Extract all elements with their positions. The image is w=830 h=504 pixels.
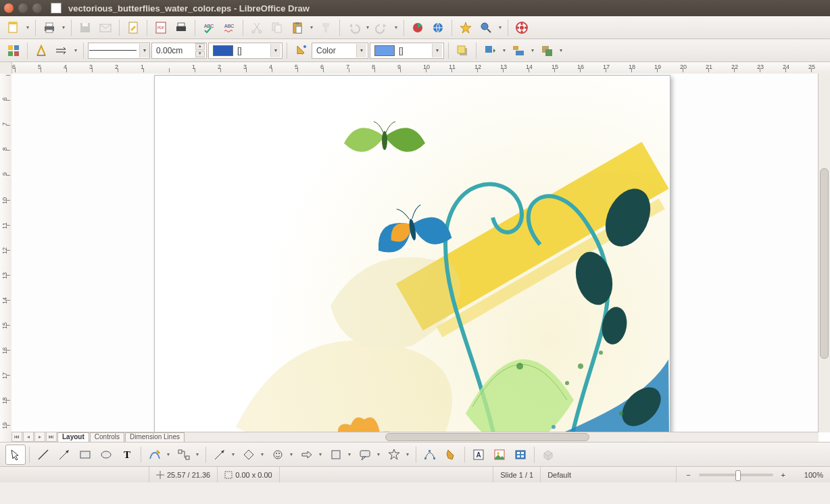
- vertical-ruler[interactable]: 678910111213141516171819: [0, 74, 12, 442]
- status-slide[interactable]: Slide 1 / 1: [493, 467, 541, 482]
- shadow-button[interactable]: [453, 41, 472, 60]
- print-direct-button[interactable]: [172, 18, 191, 37]
- horizontal-scrollbar[interactable]: [230, 432, 819, 442]
- ellipse-tool-button[interactable]: [96, 445, 116, 465]
- effects-dropdown[interactable]: ▾: [501, 47, 508, 53]
- status-layout[interactable]: Default: [541, 467, 677, 482]
- redo-dropdown[interactable]: ▾: [393, 24, 399, 30]
- stars-button[interactable]: [384, 445, 404, 465]
- window-minimize-button[interactable]: [18, 3, 28, 13]
- arrange-dropdown[interactable]: ▾: [558, 47, 564, 53]
- show-draw-functions-button[interactable]: [4, 41, 23, 60]
- navigator-button[interactable]: [456, 18, 475, 37]
- spellcheck-button[interactable]: ABC: [199, 18, 218, 37]
- line-arrow-tool-button[interactable]: [54, 445, 74, 465]
- spin-down-button[interactable]: ▾: [195, 51, 205, 57]
- fontwork-button[interactable]: [32, 41, 51, 60]
- zoom-dropdown[interactable]: ▾: [497, 24, 504, 30]
- stars-dropdown[interactable]: ▾: [405, 451, 412, 457]
- lines-arrows-dropdown[interactable]: ▾: [230, 451, 238, 457]
- line-color-selector[interactable]: [] ▾: [208, 43, 283, 59]
- tab-nav-last[interactable]: ⏭: [46, 432, 57, 442]
- canvas-area[interactable]: [11, 74, 819, 432]
- redo-button[interactable]: [372, 18, 391, 37]
- block-arrows-button[interactable]: [297, 445, 317, 465]
- zoom-value[interactable]: 100%: [792, 471, 823, 479]
- horizontal-scrollbar-thumb[interactable]: [385, 433, 589, 441]
- zoom-slider[interactable]: [699, 474, 773, 476]
- insert-chart-button[interactable]: [408, 18, 427, 37]
- export-pdf-button[interactable]: PDF: [151, 18, 170, 37]
- symbol-shapes-dropdown[interactable]: ▾: [289, 451, 296, 457]
- zoom-in-button[interactable]: +: [779, 471, 788, 479]
- clone-formatting-button[interactable]: [316, 18, 335, 37]
- drawing-page[interactable]: [154, 75, 670, 432]
- edit-file-button[interactable]: [124, 18, 143, 37]
- save-button[interactable]: [76, 18, 95, 37]
- horizontal-ruler[interactable]: 6543211234567891011121314151617181920212…: [0, 62, 830, 74]
- vertical-scrollbar-thumb[interactable]: [820, 168, 829, 359]
- curve-tool-button[interactable]: [145, 445, 165, 465]
- callouts-dropdown[interactable]: ▾: [376, 451, 383, 457]
- print-button[interactable]: [40, 18, 59, 37]
- text-tool-button[interactable]: T: [117, 445, 137, 465]
- email-button[interactable]: [96, 18, 115, 37]
- new-document-button[interactable]: [4, 18, 23, 37]
- layer-tab-dimension-lines[interactable]: Dimension Lines: [125, 432, 185, 442]
- layer-tab-layout[interactable]: Layout: [57, 432, 89, 442]
- arrange-button[interactable]: [537, 41, 556, 60]
- layer-tab-controls[interactable]: Controls: [90, 432, 124, 442]
- window-maximize-button[interactable]: [32, 3, 42, 13]
- lines-arrows-button[interactable]: [210, 445, 230, 465]
- undo-button[interactable]: [344, 18, 363, 37]
- line-tool-button[interactable]: [33, 445, 53, 465]
- connector-tool-button[interactable]: [174, 445, 194, 465]
- rectangle-tool-button[interactable]: [75, 445, 95, 465]
- flowchart-dropdown[interactable]: ▾: [347, 451, 354, 457]
- symbol-shapes-button[interactable]: [268, 445, 288, 465]
- extrusion-button[interactable]: [538, 445, 558, 465]
- paste-button[interactable]: [288, 18, 307, 37]
- effects-button[interactable]: [481, 41, 499, 60]
- glue-points-button[interactable]: [441, 445, 461, 465]
- points-button[interactable]: [420, 445, 440, 465]
- line-width-spinbox[interactable]: 0.00cm ▴▾: [151, 43, 207, 59]
- arrow-style-dropdown[interactable]: ▾: [72, 47, 79, 53]
- auto-spellcheck-button[interactable]: ABC: [220, 18, 239, 37]
- paste-dropdown[interactable]: ▾: [308, 24, 315, 30]
- area-dialog-button[interactable]: [291, 41, 310, 60]
- flowchart-button[interactable]: [326, 445, 346, 465]
- copy-button[interactable]: [268, 18, 287, 37]
- basic-shapes-dropdown[interactable]: ▾: [260, 451, 267, 457]
- zoom-slider-thumb[interactable]: [735, 470, 741, 481]
- zoom-out-button[interactable]: −: [683, 471, 693, 479]
- callouts-button[interactable]: [355, 445, 375, 465]
- arrow-style-button[interactable]: [52, 41, 71, 60]
- curve-dropdown[interactable]: ▾: [166, 451, 173, 457]
- vertical-scrollbar[interactable]: [818, 74, 830, 432]
- select-tool-button[interactable]: [5, 445, 26, 465]
- cut-button[interactable]: [247, 18, 266, 37]
- alignment-button[interactable]: [509, 41, 528, 60]
- new-document-dropdown[interactable]: ▾: [24, 24, 31, 30]
- help-button[interactable]: [512, 18, 531, 37]
- line-style-selector[interactable]: ▾: [88, 43, 150, 59]
- window-close-button[interactable]: [4, 3, 14, 13]
- from-file-button[interactable]: [489, 445, 510, 465]
- tab-nav-prev[interactable]: ◂: [23, 432, 34, 442]
- zoom-button[interactable]: [477, 18, 495, 37]
- fontwork-gallery-button[interactable]: A: [468, 445, 489, 465]
- area-fill-type-selector[interactable]: Color ▾: [312, 43, 368, 59]
- block-arrows-dropdown[interactable]: ▾: [318, 451, 325, 457]
- connector-dropdown[interactable]: ▾: [195, 451, 202, 457]
- alignment-dropdown[interactable]: ▾: [529, 47, 536, 53]
- insert-hyperlink-button[interactable]: [429, 18, 447, 37]
- undo-dropdown[interactable]: ▾: [364, 24, 371, 30]
- basic-shapes-button[interactable]: [239, 445, 259, 465]
- gallery-button[interactable]: [510, 445, 531, 465]
- tab-nav-first[interactable]: ⏮: [11, 432, 22, 442]
- area-color-selector[interactable]: [] ▾: [370, 43, 444, 59]
- tab-nav-next[interactable]: ▸: [34, 432, 45, 442]
- print-dropdown[interactable]: ▾: [60, 24, 67, 30]
- spin-up-button[interactable]: ▴: [195, 43, 205, 50]
